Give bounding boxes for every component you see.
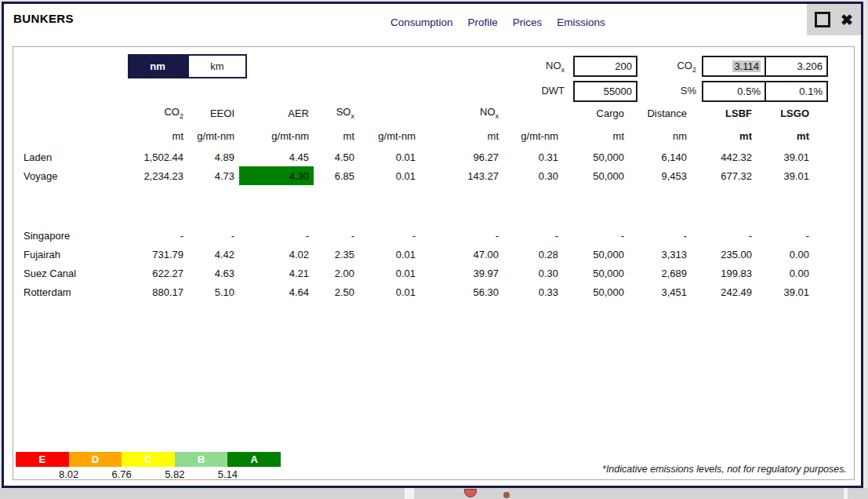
row-label: Rotterdam: [16, 282, 114, 301]
table-cell: 880.17: [114, 282, 188, 301]
toggle-nm-button[interactable]: nm: [128, 54, 187, 78]
column-header: Distance: [629, 102, 692, 124]
column-unit: nm: [629, 124, 692, 148]
table-cell: 50,000: [563, 166, 629, 185]
table-cell: 50,000: [563, 245, 629, 264]
background-artifact: [405, 488, 414, 499]
column-unit: g/mt-nm: [503, 124, 563, 148]
table-cell: 0.01: [359, 264, 420, 282]
table-cell: -: [757, 226, 814, 245]
table-cell: 2.35: [314, 245, 359, 264]
nox-label: NOx: [510, 56, 565, 76]
column-header: NOx: [420, 102, 503, 124]
table-cell: 56.30: [420, 282, 503, 301]
co2-input-1[interactable]: 3.114: [702, 56, 766, 77]
rating-bar: EDCBA: [16, 452, 281, 467]
column-unit: mt: [420, 124, 503, 148]
table-cell: -: [503, 226, 563, 245]
s-pct-label: S%: [641, 81, 696, 101]
column-header: AER: [239, 102, 314, 124]
column-header: CO2: [114, 102, 188, 124]
table-cell: 0.28: [503, 245, 563, 264]
column-unit: mt: [114, 124, 188, 148]
tab-profile[interactable]: Profile: [468, 16, 498, 28]
table-cell: 0.31: [503, 148, 563, 166]
close-icon[interactable]: ✖: [841, 13, 853, 27]
s-pct-input-1[interactable]: 0.5%: [702, 81, 766, 102]
table-cell: 0.00: [757, 245, 814, 264]
table-cell: 0.01: [359, 282, 420, 301]
table-row: Voyage2,234.234.734.306.850.01143.270.30…: [16, 166, 814, 185]
spacer-row: [16, 185, 814, 226]
rating-thresholds: 8.026.765.825.14: [16, 468, 281, 481]
table-cell: 4.42: [188, 245, 239, 264]
tab-emissions[interactable]: Emissions: [557, 16, 605, 28]
table-cell: 39.01: [757, 282, 814, 301]
table-cell: 235.00: [692, 245, 757, 264]
table-cell: 0.33: [503, 282, 563, 301]
background-artifact: [503, 492, 510, 498]
column-unit: mt: [314, 124, 359, 148]
table-cell: 4.64: [239, 282, 314, 301]
table-cell: 1,502.44: [114, 148, 188, 166]
column-header: [16, 102, 114, 124]
table-cell: 4.02: [239, 245, 314, 264]
table-cell: 4.21: [239, 264, 314, 282]
column-header: LSGO: [757, 102, 814, 124]
table-cell: -: [114, 226, 188, 245]
table-row: Laden1,502.444.894.454.500.0196.270.3150…: [16, 148, 814, 166]
table-cell: 39.01: [757, 148, 814, 166]
page-title: BUNKERS: [13, 12, 74, 25]
rating-threshold: 5.14: [218, 468, 238, 480]
rating-threshold: 5.82: [165, 468, 184, 480]
table-cell: 4.50: [314, 148, 359, 166]
table-header-names: CO2EEOIAERSOxNOxCargoDistanceLSBFLSGO: [16, 102, 814, 124]
toggle-km-button[interactable]: km: [187, 54, 247, 78]
co2-input-2[interactable]: 3.206: [764, 56, 828, 77]
table-cell: 442.32: [692, 148, 757, 166]
table-cell: 6.85: [314, 166, 359, 185]
table-cell: 2,689: [629, 264, 692, 282]
table-cell: 0.01: [359, 166, 420, 185]
table-cell: 5.10: [188, 282, 239, 301]
dwt-input[interactable]: 55000: [573, 81, 637, 102]
table-cell: 50,000: [563, 264, 629, 282]
table-cell: 731.79: [114, 245, 188, 264]
nox-input[interactable]: 200: [573, 56, 637, 77]
table-cell: 2.00: [314, 264, 359, 282]
content-panel: nm km NOx 200 CO2 3.114 3.206 DWT 55000 …: [13, 46, 855, 480]
s-pct-input-2[interactable]: 0.1%: [764, 81, 828, 102]
table-cell: 677.32: [692, 166, 757, 185]
tab-prices[interactable]: Prices: [513, 16, 543, 28]
window-controls: ✖: [807, 4, 861, 35]
dwt-label: DWT: [510, 81, 565, 101]
row-label: Voyage: [16, 166, 114, 185]
tab-bar: ConsumptionProfilePricesEmissions: [390, 16, 605, 28]
rating-grade-e: E: [16, 452, 69, 467]
table-cell: -: [314, 226, 359, 245]
rating-grade-a: A: [227, 452, 281, 467]
table-cell: -: [629, 226, 692, 245]
table-cell: 199.83: [692, 264, 757, 282]
table-cell: -: [692, 226, 757, 245]
table-cell: 39.97: [420, 264, 503, 282]
table-cell: 9,453: [629, 166, 692, 185]
column-unit: mt: [692, 124, 757, 148]
background-artifact: [464, 489, 477, 497]
rating-threshold: 6.76: [112, 468, 132, 480]
column-header: LSBF: [692, 102, 757, 124]
table-cell: 4.30: [239, 166, 314, 185]
table-cell: 4.45: [239, 148, 314, 166]
background-page-strip: [0, 488, 868, 499]
table-body: Laden1,502.444.894.454.500.0196.270.3150…: [16, 148, 814, 301]
table-cell: -: [420, 226, 503, 245]
table-cell: 0.30: [503, 166, 563, 185]
tab-consumption[interactable]: Consumption: [390, 16, 453, 28]
rating-grade-c: C: [122, 452, 175, 467]
maximize-icon[interactable]: [815, 12, 830, 27]
table-cell: 4.63: [188, 264, 239, 282]
table-cell: 622.27: [114, 264, 188, 282]
column-header: [359, 102, 420, 124]
unit-toggle: nm km: [128, 54, 247, 78]
table-cell: -: [563, 226, 629, 245]
